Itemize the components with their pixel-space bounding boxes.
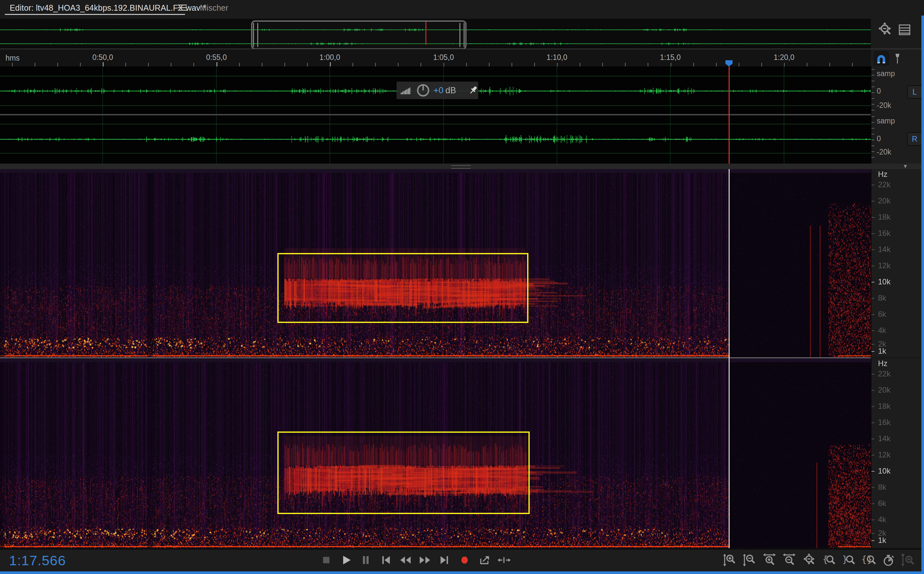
freq-tick-label: 6k: [878, 499, 886, 508]
zoom-out-point-button[interactable]: }: [840, 552, 857, 568]
ruler-unit-label: hms: [6, 54, 19, 63]
status-bar: 1:17.566 {}{}: [0, 549, 924, 572]
scale-unit-label: samp: [877, 69, 895, 78]
freq-tick-label: 8k: [878, 483, 886, 492]
active-tab-underline: [5, 14, 185, 15]
freq-tick-label: 22k: [878, 180, 891, 189]
waveform-display[interactable]: [0, 66, 871, 164]
panel-menu-icon[interactable]: [178, 5, 187, 11]
freq-tick-label: 14k: [878, 434, 891, 443]
freq-tick-label: 1k: [878, 347, 886, 356]
editor-tab-title: Editor: ltv48_HOA3_64kbps.192.BINAURAL.F…: [10, 3, 206, 13]
ruler-right-tools: [871, 49, 921, 67]
marker-pin-icon[interactable]: [891, 51, 904, 65]
skip-selection-button[interactable]: [496, 552, 512, 568]
tab-mixer[interactable]: Mischer: [200, 0, 229, 16]
view-splitter[interactable]: ▼: [0, 164, 924, 169]
ruler-time-label: 0:50,0: [92, 53, 113, 62]
overview-navigator[interactable]: [0, 16, 924, 49]
overview-playhead: [426, 21, 426, 45]
splitter-grip-icon[interactable]: [452, 165, 470, 169]
panel-focus-border: [921, 16, 924, 574]
scale-tick-label: 0: [877, 134, 881, 143]
freq-tick-label: 14k: [878, 245, 891, 254]
rewind-button[interactable]: [397, 552, 413, 568]
zoom-in-vertical-button[interactable]: [722, 552, 739, 568]
stop-button[interactable]: [318, 552, 334, 568]
scale-tick-label: -20k: [877, 148, 891, 156]
freq-unit-label: Hz: [878, 170, 888, 179]
ruler-time-label: 1:20,0: [774, 53, 795, 62]
play-button[interactable]: [338, 552, 354, 568]
gain-unit: dB: [445, 85, 456, 96]
channel-R-button[interactable]: R: [907, 132, 922, 146]
magnet-snap-button[interactable]: [874, 51, 889, 66]
pin-icon[interactable]: [467, 84, 479, 97]
freq-tick-label: 18k: [878, 213, 891, 222]
freq-tick-label: 16k: [878, 418, 891, 427]
navigate-zoom-button[interactable]: [801, 552, 818, 568]
panel-rows-icon[interactable]: [896, 21, 913, 38]
zoom-out-horizontal-button[interactable]: [781, 552, 798, 568]
magnet-snap-icon: [874, 51, 888, 65]
knob-icon[interactable]: [415, 83, 431, 98]
frequency-scale-right: Hz22k20k18k16k14k12k10k8k6k4k2k1k: [871, 358, 922, 548]
freq-tick-label: 4k: [878, 326, 886, 335]
freq-tick-label: 20k: [878, 385, 891, 394]
mixer-tab-title: Mischer: [200, 3, 229, 13]
fast-forward-button[interactable]: [417, 552, 433, 568]
freq-tick-label: 10k: [878, 467, 891, 476]
freq-tick-label: 8k: [878, 293, 886, 303]
volume-bars-icon: [399, 84, 413, 97]
current-time-display[interactable]: 1:17.566: [9, 553, 66, 568]
scroll-down-icon[interactable]: ▼: [903, 163, 908, 170]
pause-button[interactable]: [358, 552, 374, 568]
panel-focus-border: [0, 571, 924, 574]
skip-to-start-button[interactable]: [377, 552, 394, 568]
zoom-out-vertical-button[interactable]: [742, 552, 758, 568]
playhead-line-spectral[interactable]: [728, 169, 730, 548]
zoom-in-full-button: [900, 552, 916, 568]
zoom-in-horizontal-button[interactable]: [762, 552, 778, 568]
tab-bar: Editor: ltv48_HOA3_64kbps.192.BINAURAL.F…: [0, 0, 924, 16]
channel-L-button[interactable]: L: [907, 85, 922, 99]
freq-tick-label: 6k: [878, 310, 886, 319]
freq-tick-label: 16k: [878, 229, 891, 238]
zoom-in-point-button[interactable]: {: [821, 552, 837, 568]
skip-to-end-button[interactable]: [437, 552, 453, 568]
freq-tick-label: 12k: [878, 450, 891, 459]
ruler-time-label: 0:55,0: [206, 53, 227, 62]
navigate-zoom-icon[interactable]: [877, 21, 894, 38]
freq-tick-label: 1k: [878, 536, 886, 545]
ruler-time-label: 1:15,0: [660, 53, 681, 62]
viewport-right-handle[interactable]: [459, 23, 465, 47]
freq-tick-label: 22k: [878, 369, 891, 378]
playhead-line[interactable]: [728, 66, 730, 164]
scale-unit-label: samp: [877, 117, 895, 125]
amplitude-scale: samp0-20kLsamp0-20kR: [871, 66, 922, 164]
freq-tick-label: 12k: [878, 261, 891, 270]
ruler-time-label: 1:00,0: [319, 53, 340, 62]
scale-tick-label: -20k: [877, 101, 891, 110]
viewport-left-handle[interactable]: [253, 23, 258, 47]
freq-tick-label: 20k: [878, 196, 891, 205]
record-button[interactable]: [456, 552, 473, 568]
freq-unit-label: Hz: [878, 359, 888, 368]
freq-tick-label: 4k: [878, 515, 886, 524]
gain-hud[interactable]: +0 dB: [397, 82, 478, 99]
timed-record-button[interactable]: [880, 552, 897, 568]
tab-editor[interactable]: Editor: ltv48_HOA3_64kbps.192.BINAURAL.F…: [0, 0, 206, 16]
freq-tick-label: 18k: [878, 402, 891, 411]
overview-viewport[interactable]: [251, 20, 467, 50]
ruler-time-label: 1:10,0: [547, 53, 567, 62]
scale-tick-label: 0: [877, 87, 881, 96]
zoom-selection-button[interactable]: {}: [860, 552, 877, 568]
spectral-selection-box[interactable]: [278, 432, 530, 514]
loop-playback-button[interactable]: [476, 552, 492, 568]
ruler-time-label: 1:05,0: [433, 53, 454, 62]
frequency-scale-left: Hz22k20k18k16k14k12k10k8k6k4k2k1k: [871, 169, 922, 357]
freq-tick-label: 10k: [878, 277, 891, 286]
timeline-ruler[interactable]: hms 0:50,00:55,01:00,01:05,01:10,01:15,0…: [0, 49, 924, 67]
gain-value[interactable]: +0: [434, 85, 443, 96]
spectral-selection-box[interactable]: [278, 253, 528, 323]
